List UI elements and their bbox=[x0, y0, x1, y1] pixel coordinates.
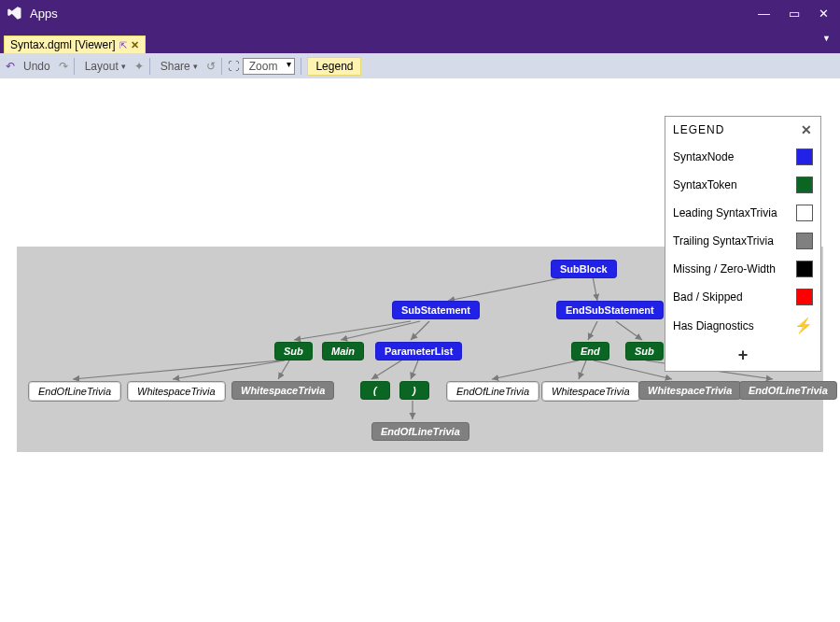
maximize-button[interactable]: ▭ bbox=[789, 7, 800, 21]
node-main-id[interactable]: Main bbox=[322, 342, 364, 360]
legend-close-icon[interactable]: ✕ bbox=[801, 122, 813, 137]
undo-button[interactable]: Undo bbox=[19, 58, 55, 75]
legend-item: Leading SyntaxTrivia bbox=[665, 199, 820, 227]
node-rparen[interactable]: ) bbox=[399, 381, 429, 400]
legend-item: Bad / Skipped bbox=[665, 283, 820, 311]
title-bar: Apps — ▭ ✕ bbox=[0, 0, 840, 26]
refresh-icon[interactable]: ↺ bbox=[206, 60, 216, 73]
node-lparen[interactable]: ( bbox=[360, 381, 390, 400]
layout-button[interactable]: Layout▾ bbox=[80, 58, 131, 75]
document-tabstrip: Syntax.dgml [Viewer] ⇱ ✕ bbox=[0, 34, 840, 53]
node-subblock[interactable]: SubBlock bbox=[551, 260, 617, 278]
minimize-button[interactable]: — bbox=[758, 7, 770, 21]
legend-swatch-leading bbox=[796, 205, 813, 221]
toolbar-overflow-icon[interactable]: ▼ bbox=[822, 34, 831, 43]
legend-item: SyntaxNode bbox=[665, 143, 820, 171]
window-title: Apps bbox=[30, 7, 58, 21]
tab-label: Syntax.dgml [Viewer] bbox=[10, 38, 116, 51]
legend-item-diagnostics: Has Diagnostics⚡ bbox=[665, 311, 820, 340]
legend-button[interactable]: Legend bbox=[307, 57, 361, 76]
zoom-dropdown[interactable]: Zoom bbox=[243, 58, 296, 75]
legend-swatch-syntaxnode bbox=[796, 148, 813, 165]
node-sub-keyword-1[interactable]: Sub bbox=[274, 342, 313, 360]
graph-toolbar: ↶ Undo ↷ Layout▾ ✦ Share▾ ↺ ⛶ Zoom Legen… bbox=[0, 53, 840, 79]
redo-icon[interactable]: ↷ bbox=[59, 60, 68, 73]
node-endsubstatement[interactable]: EndSubStatement bbox=[556, 301, 664, 319]
node-end-keyword[interactable]: End bbox=[571, 342, 609, 360]
node-ws-4[interactable]: WhitespaceTrivia bbox=[638, 381, 741, 400]
node-eol-4[interactable]: EndOfLineTrivia bbox=[371, 422, 469, 441]
graph-canvas[interactable]: SubBlock SubStatement EndSubStatement Su… bbox=[0, 78, 840, 622]
node-ws-1[interactable]: WhitespaceTrivia bbox=[127, 381, 226, 402]
close-button[interactable]: ✕ bbox=[819, 7, 829, 21]
legend-add-button[interactable]: + bbox=[665, 340, 820, 371]
layout-options-icon[interactable]: ✦ bbox=[134, 60, 144, 73]
node-ws-2[interactable]: WhitespaceTrivia bbox=[231, 381, 334, 400]
node-eol-2[interactable]: EndOfLineTrivia bbox=[446, 381, 539, 402]
pin-icon[interactable]: ⇱ bbox=[119, 40, 127, 50]
legend-item: SyntaxToken bbox=[665, 171, 820, 199]
legend-swatch-trailing bbox=[796, 233, 813, 249]
node-eol-3[interactable]: EndOfLineTrivia bbox=[739, 381, 837, 400]
legend-swatch-missing bbox=[796, 261, 813, 277]
diagnostics-icon: ⚡ bbox=[794, 317, 813, 334]
legend-item: Missing / Zero-Width bbox=[665, 255, 820, 283]
vs-logo-icon bbox=[6, 5, 22, 21]
fit-icon[interactable]: ⛶ bbox=[228, 60, 239, 73]
tab-close-icon[interactable]: ✕ bbox=[131, 39, 139, 51]
node-parameterlist[interactable]: ParameterList bbox=[375, 342, 462, 360]
legend-panel: LEGEND ✕ SyntaxNode SyntaxToken Leading … bbox=[665, 116, 821, 372]
legend-item: Trailing SyntaxTrivia bbox=[665, 227, 820, 255]
node-ws-3[interactable]: WhitespaceTrivia bbox=[541, 381, 640, 402]
legend-swatch-syntaxtoken bbox=[796, 177, 813, 193]
undo-icon[interactable]: ↶ bbox=[6, 60, 15, 73]
legend-title: LEGEND bbox=[673, 123, 724, 136]
share-button[interactable]: Share▾ bbox=[156, 58, 203, 75]
node-substatement[interactable]: SubStatement bbox=[392, 301, 480, 319]
document-tab[interactable]: Syntax.dgml [Viewer] ⇱ ✕ bbox=[4, 35, 146, 53]
node-eol-1[interactable]: EndOfLineTrivia bbox=[28, 381, 121, 402]
legend-swatch-bad bbox=[796, 289, 813, 305]
node-sub-keyword-2[interactable]: Sub bbox=[625, 342, 664, 360]
